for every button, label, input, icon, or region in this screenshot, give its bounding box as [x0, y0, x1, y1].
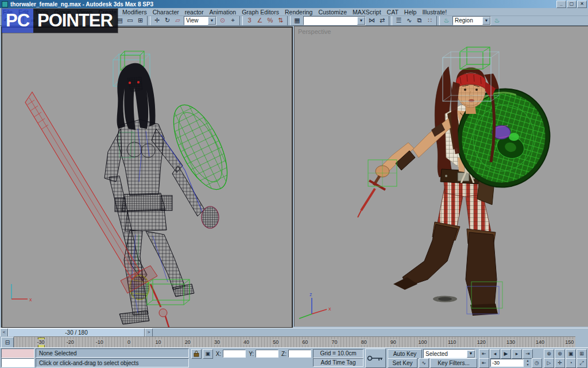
set-key-button[interactable]: Set Key — [388, 358, 417, 368]
render-type-dropdown[interactable]: Region▼ — [452, 16, 491, 25]
previous-frame-button[interactable]: ◂ — [490, 349, 500, 359]
absolute-offset-toggle[interactable]: ▣ — [203, 349, 213, 359]
mini-curve-editor-button[interactable]: ⊟ — [1, 337, 14, 348]
zoom-all-button[interactable]: ⊛ — [555, 349, 565, 359]
viewport-wireframe[interactable]: x — [1, 26, 293, 328]
toolbar-separator — [389, 16, 392, 25]
key-filter-curve-icon[interactable]: ∿ — [419, 358, 429, 368]
minimize-button[interactable]: _ — [556, 1, 566, 8]
field-of-view-button[interactable]: ▷ — [544, 358, 554, 368]
menu-item-modifiers[interactable]: Modifiers — [119, 9, 150, 16]
axis-tripod: z x — [299, 292, 331, 319]
maxscript-mini-listener-macro[interactable] — [1, 348, 34, 358]
named-selection-dropdown[interactable]: ▼ — [303, 16, 366, 25]
next-frame-arrow[interactable]: > — [145, 328, 153, 337]
close-button[interactable]: ✕ — [577, 1, 587, 8]
viewport-perspective[interactable]: Perspective — [294, 26, 588, 327]
dagger[interactable] — [358, 176, 385, 217]
select-move-icon[interactable]: ✛ — [152, 16, 162, 25]
select-scale-icon[interactable]: ▱ — [173, 16, 183, 25]
spinner-snap-icon[interactable]: ⇅ — [276, 16, 285, 25]
timeline-tick--30: -30 — [36, 339, 45, 345]
pan-button[interactable]: ✛ — [555, 358, 565, 368]
percent-snap-icon[interactable]: % — [265, 16, 275, 25]
material-editor-icon[interactable]: ∷ — [425, 16, 435, 25]
curve-editor-icon[interactable]: ∿ — [404, 16, 414, 25]
menu-item-graph-editors[interactable]: Graph Editors — [239, 9, 282, 16]
svg-text:x: x — [29, 297, 32, 302]
previous-frame-arrow[interactable]: < — [0, 328, 8, 337]
menu-item-animation[interactable]: Animation — [206, 9, 239, 16]
layer-manager-icon[interactable]: ☰ — [394, 16, 404, 25]
menu-item-customize[interactable]: Customize — [315, 9, 350, 16]
app-icon — [2, 1, 8, 7]
track-bar-ruler[interactable]: -30-20-100102030405060708090100110120130… — [14, 336, 575, 347]
x-label: X: — [216, 351, 221, 357]
go-to-start-button[interactable]: ⇤ — [479, 349, 489, 359]
wireframe-figure[interactable] — [105, 63, 219, 324]
key-mode-dropdown[interactable]: Selected ▼ — [423, 349, 475, 358]
use-pivot-center-icon[interactable]: ⊙ — [218, 16, 227, 25]
viewport-nav-top: ⊕⊛▣⊞ — [544, 349, 587, 358]
timeline-tick-40: 40 — [242, 339, 250, 345]
time-slider-track[interactable] — [153, 329, 588, 336]
menu-item-illustrate-[interactable]: Illustrate! — [419, 9, 450, 16]
chevron-down-icon[interactable]: ▼ — [467, 350, 475, 358]
add-time-tag[interactable]: Add Time Tag — [313, 358, 363, 367]
angle-snap-icon[interactable]: ∠ — [255, 16, 265, 25]
quick-render-icon[interactable]: ♨ — [492, 16, 502, 25]
dummy-helper-box[interactable] — [460, 47, 490, 69]
watermark-pc: PC — [2, 9, 33, 33]
align-icon[interactable]: ⇄ — [377, 16, 387, 25]
menu-item-cat[interactable]: CAT — [384, 9, 401, 16]
time-slider-row: < -30 / 180 > — [0, 328, 588, 337]
chevron-down-icon[interactable]: ▼ — [482, 17, 490, 25]
select-manipulate-icon[interactable]: ⌖ — [228, 16, 238, 25]
timeline-tick-30: 30 — [213, 339, 221, 345]
chevron-down-icon[interactable]: ▼ — [357, 17, 365, 25]
current-frame-field[interactable] — [490, 359, 524, 367]
z-coordinate-field[interactable] — [288, 350, 311, 358]
selection-status: None Selected — [36, 348, 189, 358]
render-scene-icon[interactable]: ♨ — [442, 16, 451, 25]
arc-rotate-button[interactable]: ◔ — [566, 358, 576, 368]
y-coordinate-field[interactable] — [256, 350, 278, 358]
key-mode-toggle-button[interactable]: ⇤ — [479, 358, 489, 368]
zoom-extents-all-button[interactable]: ⊞ — [577, 349, 587, 359]
lock-selection-button[interactable] — [191, 349, 202, 359]
snaps-toggle-icon[interactable]: 3 — [245, 16, 254, 25]
schematic-view-icon[interactable]: ⧉ — [415, 16, 424, 25]
zoom-extents-button[interactable]: ▣ — [566, 349, 576, 359]
timeline-tick-70: 70 — [330, 339, 338, 345]
menu-item-help[interactable]: Help — [401, 9, 420, 16]
play-button[interactable]: ▶ — [501, 349, 511, 359]
ref-coord-dropdown[interactable]: View▼ — [184, 16, 216, 25]
zoom-button[interactable]: ⊕ — [544, 349, 554, 359]
select-rotate-icon[interactable]: ↻ — [163, 16, 172, 25]
wireframe-character[interactable]: x — [2, 28, 292, 327]
x-coordinate-field[interactable] — [223, 350, 246, 358]
menu-item-rendering[interactable]: Rendering — [282, 9, 315, 16]
restore-button[interactable]: ▢ — [567, 1, 577, 8]
menu-item-reactor[interactable]: reactor — [182, 9, 207, 16]
rect-selection-region-icon[interactable]: ▭ — [125, 16, 135, 25]
time-slider-handle[interactable]: -30 / 180 — [8, 328, 145, 337]
next-frame-button[interactable]: ▸ — [512, 349, 522, 359]
min-max-toggle-button[interactable]: ⤢ — [577, 358, 587, 368]
set-keys-button[interactable] — [365, 348, 386, 368]
auto-key-button[interactable]: Auto Key — [388, 349, 422, 359]
frame-spinner[interactable]: ▲▼ — [525, 359, 531, 367]
3ds-max-window: { "window": { "title": "thorwaler_female… — [0, 0, 588, 368]
key-filters-button[interactable]: Key Filters... — [430, 358, 477, 368]
window-crossing-icon[interactable]: ⊞ — [136, 16, 145, 25]
time-configuration-button[interactable]: ◷ — [532, 358, 542, 368]
maxscript-mini-listener[interactable] — [1, 358, 34, 368]
named-selection-sets-icon[interactable]: ▦ — [292, 16, 302, 25]
menu-item-character[interactable]: Character — [150, 9, 182, 16]
menu-item-maxscript[interactable]: MAXScript — [350, 9, 384, 16]
mirror-icon[interactable]: ⋈ — [367, 16, 377, 25]
shield-wireframe[interactable] — [163, 97, 238, 197]
chevron-down-icon[interactable]: ▼ — [208, 17, 216, 25]
shaded-character[interactable]: z x — [295, 26, 588, 326]
go-to-end-button[interactable]: ⇥ — [523, 349, 533, 359]
